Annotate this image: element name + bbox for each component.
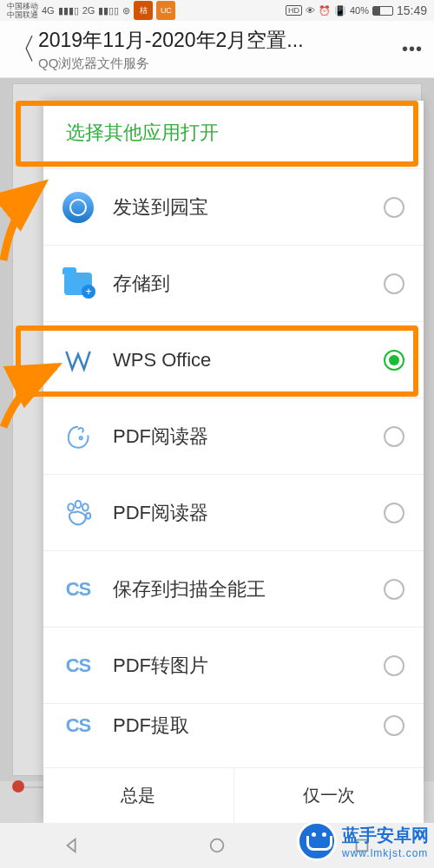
svg-point-4	[211, 839, 224, 852]
page-subtitle: QQ浏览器文件服务	[38, 56, 398, 72]
carrier-1: 中国移动	[7, 2, 38, 10]
svg-point-0	[68, 503, 74, 510]
sheet-item-camscan-save[interactable]: CS 保存到扫描全能王	[43, 550, 424, 627]
wifi-icon: ⊚	[122, 5, 130, 16]
signal-icon-2: ▮▮▯▯	[98, 5, 119, 16]
item-label: PDF提取	[113, 713, 384, 739]
always-button[interactable]: 总是	[43, 768, 234, 823]
carrier-block: 中国移动 中国联通	[7, 2, 38, 19]
more-button[interactable]: •••	[398, 39, 427, 59]
battery-icon	[372, 6, 393, 16]
radio-button[interactable]	[384, 350, 404, 371]
item-label: 保存到扫描全能王	[113, 576, 384, 602]
item-label: PDF阅读器	[113, 500, 384, 526]
folder-icon	[59, 265, 97, 303]
status-left: 中国移动 中国联通 4G ▮▮▮▯ 2G ▮▮▯▯ ⊚ 桔 UC	[7, 1, 175, 20]
clock-text: 15:49	[397, 3, 427, 17]
sheet-item-camscan-img[interactable]: CS PDF转图片	[43, 627, 424, 703]
alarm-icon: ⏰	[319, 5, 331, 16]
status-bar: 中国移动 中国联通 4G ▮▮▮▯ 2G ▮▮▯▯ ⊚ 桔 UC HD 👁 ⏰ …	[0, 0, 434, 21]
radio-button[interactable]	[384, 426, 404, 447]
sheet-item-yuanbao[interactable]: 发送到园宝	[43, 168, 424, 245]
item-label: WPS Office	[113, 349, 384, 372]
yuanbao-icon	[59, 188, 97, 227]
radio-button[interactable]	[384, 655, 404, 676]
just-once-button[interactable]: 仅一次	[234, 768, 424, 823]
uc-icon	[59, 418, 97, 456]
status-right: HD 👁 ⏰ 📳 40% 15:49	[286, 3, 427, 17]
sheet-list: 发送到园宝 存储到 WPS Office PDF阅读器	[43, 168, 424, 767]
eye-icon: 👁	[306, 5, 315, 16]
app-badge-icon: 桔	[134, 1, 153, 20]
sheet-item-baidu-pdf[interactable]: PDF阅读器	[43, 474, 424, 550]
net-label-2g: 2G	[82, 5, 95, 16]
nav-back-icon[interactable]	[62, 836, 82, 855]
back-button[interactable]: 〈	[7, 30, 33, 69]
svg-point-3	[86, 513, 90, 519]
sheet-title: 选择其他应用打开	[43, 101, 424, 168]
nav-home-icon[interactable]	[207, 836, 227, 855]
app-header: 〈 2019年11月-2020年2月空置... QQ浏览器文件服务 •••	[0, 21, 434, 78]
baidu-paw-icon	[59, 494, 97, 532]
item-label: PDF转图片	[113, 653, 384, 679]
vibrate-icon: 📳	[334, 5, 346, 16]
sheet-footer: 总是 仅一次	[43, 767, 424, 823]
svg-point-2	[82, 503, 89, 510]
app-badge-icon-2: UC	[156, 1, 175, 20]
svg-point-1	[76, 500, 82, 507]
item-label: PDF阅读器	[113, 424, 384, 450]
wps-icon	[59, 341, 97, 379]
sheet-item-camscan-extract[interactable]: CS PDF提取	[43, 703, 424, 746]
open-with-sheet: 选择其他应用打开 发送到园宝 存储到 WPS Office PDF阅读器	[43, 101, 424, 823]
battery-pct: 40%	[350, 5, 369, 16]
sheet-item-storage[interactable]: 存储到	[43, 245, 424, 321]
sheet-item-uc-pdf[interactable]: PDF阅读器	[43, 398, 424, 474]
watermark-url: www.lmkjst.com	[342, 847, 429, 859]
item-label: 存储到	[113, 271, 384, 297]
camscanner-icon: CS	[59, 647, 97, 685]
signal-icon: ▮▮▮▯	[58, 5, 79, 16]
camscanner-icon: CS	[59, 707, 97, 745]
hd-icon: HD	[286, 5, 302, 16]
radio-button[interactable]	[384, 715, 404, 736]
radio-button[interactable]	[384, 579, 404, 600]
sheet-item-wps[interactable]: WPS Office	[43, 321, 424, 398]
camscanner-icon: CS	[59, 570, 97, 608]
radio-button[interactable]	[384, 197, 404, 218]
watermark: 蓝手安卓网 www.lmkjst.com	[297, 821, 429, 861]
radio-button[interactable]	[384, 273, 404, 294]
watermark-title: 蓝手安卓网	[342, 824, 429, 847]
carrier-2: 中国联通	[7, 10, 38, 19]
net-label-4g: 4G	[42, 5, 55, 16]
item-label: 发送到园宝	[113, 194, 384, 220]
watermark-robot-icon	[297, 821, 337, 861]
radio-button[interactable]	[384, 503, 404, 523]
page-title: 2019年11月-2020年2月空置...	[38, 27, 398, 54]
